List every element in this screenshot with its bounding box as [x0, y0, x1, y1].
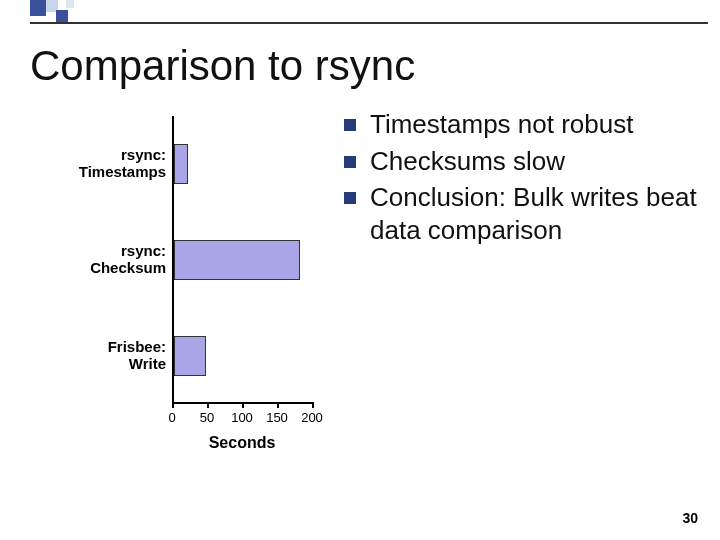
slide-content: rsync:Timestamps rsync:Checksum Frisbee:…: [70, 104, 708, 464]
slide-header-decoration: [0, 0, 720, 26]
chart-tick-mark: [207, 402, 209, 408]
bullet-item: Checksums slow: [344, 145, 708, 178]
chart-tick-label: 50: [200, 410, 214, 425]
bullet-item: Conclusion: Bulk writes beat data compar…: [344, 181, 708, 246]
chart-category-label: rsync:Timestamps: [70, 146, 166, 181]
bullet-text: Conclusion: Bulk writes beat data compar…: [370, 181, 708, 246]
chart-x-axis-label: Seconds: [172, 434, 312, 452]
bullet-item: Timestamps not robust: [344, 108, 708, 141]
bar-rsync-timestamps: [174, 144, 188, 184]
bar-frisbee-write: [174, 336, 206, 376]
chart-tick-mark: [242, 402, 244, 408]
bullet-list: Timestamps not robust Checksums slow Con…: [316, 104, 708, 464]
comparison-chart: rsync:Timestamps rsync:Checksum Frisbee:…: [70, 104, 316, 464]
chart-tick-label: 100: [231, 410, 253, 425]
chart-tick-label: 0: [168, 410, 175, 425]
bullet-square-icon: [344, 156, 356, 168]
bullet-square-icon: [344, 192, 356, 204]
chart-tick-label: 200: [301, 410, 323, 425]
chart-category-label: Frisbee:Write: [70, 338, 166, 373]
bar-rsync-checksum: [174, 240, 300, 280]
chart-tick-mark: [277, 402, 279, 408]
bullet-square-icon: [344, 119, 356, 131]
chart-tick-label: 150: [266, 410, 288, 425]
bullet-text: Checksums slow: [370, 145, 708, 178]
chart-tick-mark: [312, 402, 314, 408]
chart-tick-mark: [172, 402, 174, 408]
chart-plot-area: [172, 116, 312, 404]
page-number: 30: [682, 510, 698, 526]
slide-title: Comparison to rsync: [30, 42, 415, 90]
bullet-text: Timestamps not robust: [370, 108, 708, 141]
chart-category-label: rsync:Checksum: [70, 242, 166, 277]
